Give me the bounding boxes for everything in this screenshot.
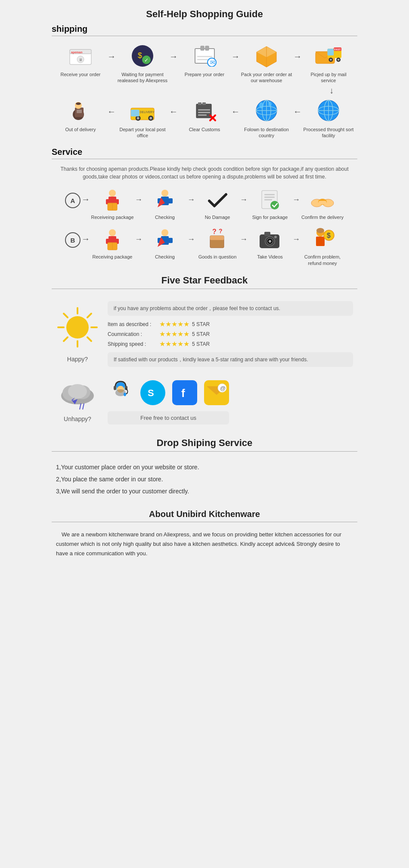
sflow-a-5: Confirm the delivery [301, 187, 344, 220]
happy-label: Happy? [67, 356, 88, 363]
rating-row-3: Shipping speed : ★★★★★ 5 STAR [108, 340, 353, 348]
feedback-right: if you have any problems about the order… [108, 301, 353, 367]
arrow-b1: → [134, 235, 143, 244]
happy-left: Happy? [56, 306, 99, 363]
feedback-bubble-bottom: If satisfied with our products，kindly le… [108, 352, 353, 367]
svg-rect-96 [210, 236, 224, 240]
svg-text:✓: ✓ [144, 57, 149, 63]
sflow-a-label-3: No Damage [205, 214, 230, 220]
about-title: About Unibird Kitchenware [52, 509, 357, 519]
arrow-a0: → [81, 194, 91, 204]
svg-rect-106 [316, 237, 325, 246]
star-count-3: 5 STAR [192, 341, 210, 347]
sflow-b-label-2: Checking [155, 254, 175, 260]
sflow-a-1: Receiveing package [91, 187, 134, 220]
drop-item-1: 1,Your customer place order on your webs… [56, 461, 353, 473]
svg-rect-44 [196, 104, 211, 118]
arrow-a4: → [291, 195, 301, 204]
svg-text:?: ? [212, 228, 217, 235]
svg-point-41 [149, 117, 152, 119]
svg-rect-24 [328, 49, 334, 55]
sflow-a-2: Checking [143, 187, 186, 220]
svg-line-117 [64, 337, 68, 341]
sflow-a-icon-1 [99, 187, 125, 212]
flow-item-10: Processed throught sort facility [303, 97, 354, 139]
sflow-b-2: Checking [143, 226, 186, 260]
shipping-row2: Out of delivery ← DELIVERY [52, 97, 357, 139]
flow-label-2: Waiting for payment realeased by Aliexpr… [117, 71, 168, 84]
svg-text:@: @ [220, 385, 226, 391]
svg-point-58 [268, 102, 272, 107]
drop-list: 1,Your customer place order on your webs… [52, 458, 357, 501]
svg-rect-12 [197, 56, 212, 57]
sflow-b-label-4: Take Videos [257, 254, 283, 260]
service-divider [52, 159, 357, 159]
service-section: Service Thanks for choosing apeman produ… [52, 147, 357, 266]
svg-rect-93 [168, 238, 173, 243]
feedback-bubble-top: if you have any problems about the order… [108, 301, 353, 316]
flow-label-7: Depart your local post office [117, 126, 168, 139]
service-row-b: B → Receiving package → [52, 226, 357, 266]
rating-label-1: Item as described : [108, 321, 159, 327]
about-text: We are a newborn kitchenware brand on Al… [52, 528, 357, 560]
down-arrow: ↓ [52, 86, 357, 95]
contact-bubble: Free free to contact us [108, 411, 229, 425]
svg-rect-73 [168, 198, 173, 203]
unhappy-section: Unhappy? [52, 373, 357, 429]
svg-rect-83 [319, 201, 326, 204]
sflow-a-label-4: Sign for package [252, 214, 288, 220]
sflow-a-4: Sign for package [248, 187, 291, 220]
service-row-a: A → Receiveing package [52, 187, 357, 220]
sun-icon [56, 306, 99, 356]
pack-icon [253, 42, 280, 70]
arrow-1: → [106, 52, 117, 62]
facebook-icon[interactable]: f [172, 380, 197, 405]
flow-item-1: apeman 🖥 Receive your order [55, 42, 106, 77]
happy-content: Happy? if you have any problems about th… [52, 295, 357, 373]
flow-item-8: Clear Customs [179, 97, 230, 132]
svg-point-104 [274, 236, 277, 238]
flow-item-3: ✉ Prepare your order [179, 42, 230, 77]
flow-label-1: Receive your order [61, 71, 101, 77]
feedback-section: Five Star Feedback [52, 275, 357, 429]
svg-point-132 [124, 393, 126, 396]
star-count-2: 5 STAR [192, 331, 210, 337]
svg-rect-48 [198, 112, 210, 113]
svg-rect-78 [264, 199, 272, 200]
flow-label-10: Processed throught sort facility [303, 126, 354, 139]
shipping-section: shipping apeman 🖥 Receive your order → [52, 24, 357, 139]
svg-rect-45 [198, 102, 201, 105]
arrow-r3: ← [230, 107, 241, 117]
prepare-icon: ✉ [191, 42, 218, 70]
svg-point-90 [161, 229, 168, 236]
svg-rect-76 [264, 194, 275, 195]
flow-label-6: Out of delivery [65, 126, 96, 132]
sflow-a-3: No Damage [196, 187, 239, 220]
sflow-b-5: $ Confirm problem, refund money [301, 226, 344, 266]
sflow-a-label-5: Confirm the delivery [301, 214, 344, 220]
drop-shipping-section: Drop Shiping Service 1,Your customer pla… [52, 437, 357, 501]
svg-rect-130 [114, 386, 116, 390]
svg-text:🖥: 🖥 [79, 58, 83, 62]
arrow-3: → [230, 52, 241, 62]
flow-item-2: $ ✓ Waiting for payment realeased by Ali… [117, 42, 168, 84]
flow-label-9: Folown to destination country [241, 126, 292, 139]
svg-point-118 [66, 316, 89, 339]
svg-point-5 [132, 45, 153, 67]
sflow-a-icon-2 [152, 187, 178, 212]
sflow-a-icon-3 [204, 187, 230, 212]
arrow-2: → [168, 52, 179, 62]
service-title: Service [52, 147, 357, 157]
svg-rect-100 [264, 232, 270, 236]
shipping-divider [52, 36, 357, 36]
feedback-divider [52, 289, 357, 289]
skype-icon[interactable]: S [140, 380, 165, 405]
arrow-r2: ← [168, 107, 179, 117]
sflow-b-1: Receiving package [91, 226, 134, 260]
svg-rect-13 [197, 59, 208, 60]
sflow-b-icon-4 [257, 226, 283, 252]
svg-point-122 [68, 384, 87, 399]
drop-shipping-title: Drop Shiping Service [52, 437, 357, 449]
email-icon[interactable]: @ [204, 380, 229, 405]
sflow-a-icon-5 [310, 187, 335, 212]
